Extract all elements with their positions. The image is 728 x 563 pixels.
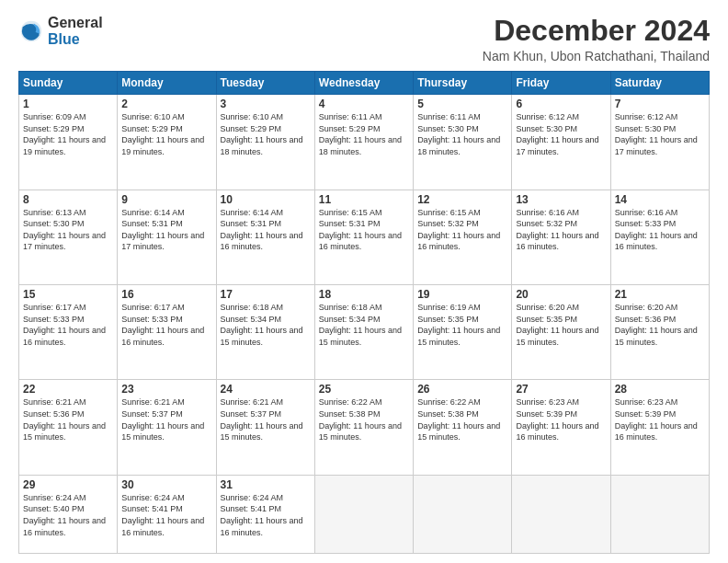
day-number: 18 [319, 288, 409, 301]
day-info: Sunrise: 6:14 AMSunset: 5:31 PMDaylight:… [221, 207, 311, 253]
day-number: 28 [615, 383, 705, 396]
logo: General Blue [18, 15, 103, 47]
day-number: 3 [221, 98, 311, 110]
day-info: Sunrise: 6:17 AMSunset: 5:33 PMDaylight:… [121, 302, 211, 348]
day-number: 31 [221, 478, 311, 491]
calendar-cell: 7Sunrise: 6:12 AMSunset: 5:30 PMDaylight… [610, 95, 709, 190]
calendar-cell [314, 475, 413, 553]
calendar-cell: 3Sunrise: 6:10 AMSunset: 5:29 PMDaylight… [216, 95, 314, 190]
calendar-cell [512, 475, 610, 553]
calendar-week-2: 8Sunrise: 6:13 AMSunset: 5:30 PMDaylight… [19, 190, 710, 284]
calendar-cell: 16Sunrise: 6:17 AMSunset: 5:33 PMDayligh… [118, 285, 216, 380]
day-number: 29 [23, 478, 113, 491]
day-number: 1 [23, 98, 113, 110]
day-info: Sunrise: 6:10 AMSunset: 5:29 PMDaylight:… [221, 111, 311, 157]
calendar-cell: 25Sunrise: 6:22 AMSunset: 5:38 PMDayligh… [314, 380, 413, 475]
day-number: 9 [121, 193, 211, 206]
col-header-sunday: Sunday [19, 72, 118, 95]
day-info: Sunrise: 6:24 AMSunset: 5:41 PMDaylight:… [121, 492, 211, 538]
calendar-week-4: 22Sunrise: 6:21 AMSunset: 5:36 PMDayligh… [19, 380, 710, 475]
day-info: Sunrise: 6:21 AMSunset: 5:36 PMDaylight:… [23, 396, 113, 442]
day-number: 14 [615, 193, 705, 206]
day-number: 4 [319, 98, 409, 110]
calendar-cell: 17Sunrise: 6:18 AMSunset: 5:34 PMDayligh… [216, 285, 314, 380]
calendar-week-3: 15Sunrise: 6:17 AMSunset: 5:33 PMDayligh… [19, 285, 710, 380]
day-number: 2 [121, 98, 211, 110]
calendar-cell: 23Sunrise: 6:21 AMSunset: 5:37 PMDayligh… [118, 380, 216, 475]
calendar-cell: 22Sunrise: 6:21 AMSunset: 5:36 PMDayligh… [19, 380, 118, 475]
calendar-cell: 19Sunrise: 6:19 AMSunset: 5:35 PMDayligh… [414, 285, 512, 380]
logo-general: General [48, 15, 103, 31]
day-number: 10 [221, 193, 311, 206]
day-info: Sunrise: 6:10 AMSunset: 5:29 PMDaylight:… [121, 111, 211, 157]
month-title: December 2024 [483, 15, 710, 47]
calendar-week-5: 29Sunrise: 6:24 AMSunset: 5:40 PMDayligh… [19, 475, 710, 553]
calendar-cell: 31Sunrise: 6:24 AMSunset: 5:41 PMDayligh… [216, 475, 314, 553]
logo-blue: Blue [48, 31, 103, 48]
calendar-cell: 21Sunrise: 6:20 AMSunset: 5:36 PMDayligh… [610, 285, 709, 380]
day-number: 13 [516, 193, 606, 206]
day-number: 19 [417, 288, 507, 301]
day-info: Sunrise: 6:21 AMSunset: 5:37 PMDaylight:… [221, 396, 311, 442]
calendar-cell: 26Sunrise: 6:22 AMSunset: 5:38 PMDayligh… [414, 380, 512, 475]
calendar-cell: 29Sunrise: 6:24 AMSunset: 5:40 PMDayligh… [19, 475, 118, 553]
location: Nam Khun, Ubon Ratchathani, Thailand [483, 49, 710, 63]
col-header-wednesday: Wednesday [314, 72, 413, 95]
logo-icon [18, 18, 44, 44]
calendar-cell: 11Sunrise: 6:15 AMSunset: 5:31 PMDayligh… [314, 190, 413, 284]
calendar-cell: 6Sunrise: 6:12 AMSunset: 5:30 PMDaylight… [512, 95, 610, 190]
col-header-saturday: Saturday [610, 72, 709, 95]
day-info: Sunrise: 6:14 AMSunset: 5:31 PMDaylight:… [121, 207, 211, 253]
day-info: Sunrise: 6:18 AMSunset: 5:34 PMDaylight:… [221, 302, 311, 348]
page: General Blue December 2024 Nam Khun, Ubo… [0, 0, 728, 563]
title-block: December 2024 Nam Khun, Ubon Ratchathani… [483, 15, 710, 63]
day-info: Sunrise: 6:24 AMSunset: 5:41 PMDaylight:… [221, 492, 311, 538]
col-header-friday: Friday [512, 72, 610, 95]
day-info: Sunrise: 6:17 AMSunset: 5:33 PMDaylight:… [23, 302, 113, 348]
calendar-cell: 10Sunrise: 6:14 AMSunset: 5:31 PMDayligh… [216, 190, 314, 284]
day-info: Sunrise: 6:13 AMSunset: 5:30 PMDaylight:… [23, 207, 113, 253]
day-info: Sunrise: 6:12 AMSunset: 5:30 PMDaylight:… [516, 111, 606, 157]
day-info: Sunrise: 6:09 AMSunset: 5:29 PMDaylight:… [23, 111, 113, 157]
calendar-cell: 4Sunrise: 6:11 AMSunset: 5:29 PMDaylight… [314, 95, 413, 190]
day-info: Sunrise: 6:23 AMSunset: 5:39 PMDaylight:… [516, 396, 606, 442]
calendar-cell: 13Sunrise: 6:16 AMSunset: 5:32 PMDayligh… [512, 190, 610, 284]
calendar-cell: 28Sunrise: 6:23 AMSunset: 5:39 PMDayligh… [610, 380, 709, 475]
col-header-tuesday: Tuesday [216, 72, 314, 95]
calendar-cell: 1Sunrise: 6:09 AMSunset: 5:29 PMDaylight… [19, 95, 118, 190]
day-number: 12 [417, 193, 507, 206]
calendar-week-1: 1Sunrise: 6:09 AMSunset: 5:29 PMDaylight… [19, 95, 710, 190]
day-number: 20 [516, 288, 606, 301]
calendar-cell: 15Sunrise: 6:17 AMSunset: 5:33 PMDayligh… [19, 285, 118, 380]
calendar-cell: 18Sunrise: 6:18 AMSunset: 5:34 PMDayligh… [314, 285, 413, 380]
day-number: 6 [516, 98, 606, 110]
day-info: Sunrise: 6:20 AMSunset: 5:36 PMDaylight:… [615, 302, 705, 348]
day-number: 11 [319, 193, 409, 206]
calendar-cell [414, 475, 512, 553]
day-info: Sunrise: 6:16 AMSunset: 5:32 PMDaylight:… [516, 207, 606, 253]
day-info: Sunrise: 6:22 AMSunset: 5:38 PMDaylight:… [319, 396, 409, 442]
day-number: 7 [615, 98, 705, 110]
day-info: Sunrise: 6:12 AMSunset: 5:30 PMDaylight:… [615, 111, 705, 157]
day-number: 25 [319, 383, 409, 396]
day-number: 5 [417, 98, 507, 110]
day-info: Sunrise: 6:22 AMSunset: 5:38 PMDaylight:… [417, 396, 507, 442]
calendar-cell: 9Sunrise: 6:14 AMSunset: 5:31 PMDaylight… [118, 190, 216, 284]
day-info: Sunrise: 6:20 AMSunset: 5:35 PMDaylight:… [516, 302, 606, 348]
day-number: 16 [121, 288, 211, 301]
day-info: Sunrise: 6:11 AMSunset: 5:30 PMDaylight:… [417, 111, 507, 157]
day-number: 27 [516, 383, 606, 396]
day-info: Sunrise: 6:16 AMSunset: 5:33 PMDaylight:… [615, 207, 705, 253]
day-info: Sunrise: 6:11 AMSunset: 5:29 PMDaylight:… [319, 111, 409, 157]
calendar-cell: 8Sunrise: 6:13 AMSunset: 5:30 PMDaylight… [19, 190, 118, 284]
day-info: Sunrise: 6:19 AMSunset: 5:35 PMDaylight:… [417, 302, 507, 348]
day-number: 21 [615, 288, 705, 301]
day-info: Sunrise: 6:15 AMSunset: 5:31 PMDaylight:… [319, 207, 409, 253]
calendar-cell: 24Sunrise: 6:21 AMSunset: 5:37 PMDayligh… [216, 380, 314, 475]
day-number: 30 [121, 478, 211, 491]
day-info: Sunrise: 6:15 AMSunset: 5:32 PMDaylight:… [417, 207, 507, 253]
calendar-cell: 2Sunrise: 6:10 AMSunset: 5:29 PMDaylight… [118, 95, 216, 190]
day-number: 22 [23, 383, 113, 396]
calendar-cell [610, 475, 709, 553]
day-info: Sunrise: 6:24 AMSunset: 5:40 PMDaylight:… [23, 492, 113, 538]
